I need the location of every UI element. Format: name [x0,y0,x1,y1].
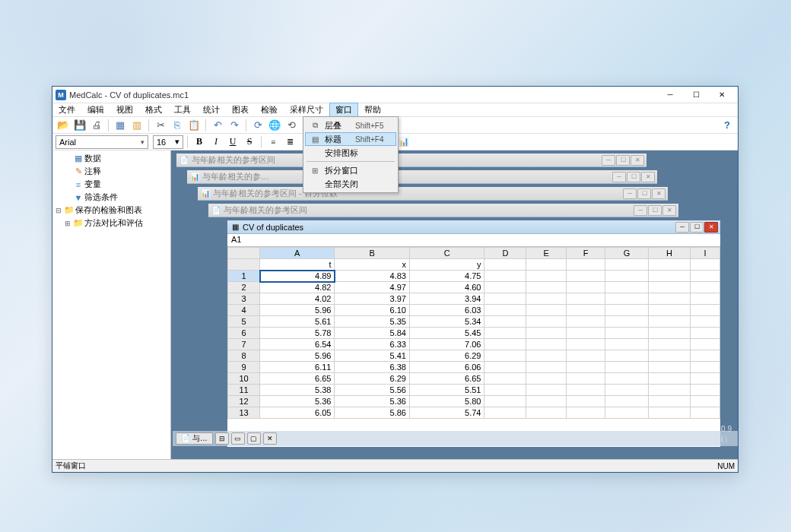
col-header[interactable]: C [409,248,484,259]
cell[interactable]: 5.51 [409,385,484,396]
cell[interactable] [605,293,649,305]
cell[interactable] [484,350,526,362]
mdi-window-active[interactable]: ▦CV of duplicates─☐✕A1ABCDEFGHItxy14.894… [227,220,721,448]
cell[interactable] [605,385,649,396]
mdi-maximize[interactable]: ☐ [690,222,704,233]
cell[interactable] [649,362,691,373]
cell[interactable]: 6.06 [409,362,484,373]
cell[interactable] [526,350,567,362]
cell[interactable] [690,328,720,339]
cell[interactable]: 3.94 [409,293,484,305]
menu-图表[interactable]: 图表 [226,103,255,117]
mdi-window[interactable]: 📊与年龄相关的参…─☐✕ [186,169,658,185]
cell[interactable]: 6.05 [260,407,335,419]
mdi-window[interactable]: 📄与年龄相关的参考区间─☐✕ [176,153,647,168]
cell[interactable]: 6.54 [260,339,335,350]
cell[interactable] [567,305,605,316]
cell[interactable] [484,373,526,385]
cell[interactable] [690,259,720,271]
tree-toggle-icon[interactable]: ⊞ [65,220,72,227]
underline-button[interactable]: U [225,135,240,150]
grid-icon[interactable]: ▦ [113,118,128,133]
cell[interactable]: 4.75 [409,271,484,282]
cell[interactable] [649,316,691,328]
cell[interactable] [567,396,605,407]
row-header[interactable]: 12 [228,396,260,407]
cell[interactable] [526,316,567,328]
cell[interactable]: 6.10 [335,305,409,316]
tree-item-方法对比和评估[interactable]: ⊞📁方法对比和评估 [54,217,169,230]
cell[interactable] [690,385,720,396]
mdi-maximize[interactable]: ☐ [648,205,662,216]
taskbar-item[interactable]: 📄 与… [176,432,213,445]
print-icon[interactable]: 🖨 [89,118,104,133]
cell[interactable]: 5.36 [260,396,335,407]
cell[interactable] [567,293,605,305]
menu-文件[interactable]: 文件 [52,103,81,117]
cell[interactable]: 6.65 [409,373,484,385]
menu-item-标题[interactable]: ▤标题Shift+F4 [305,132,396,146]
copy-icon[interactable]: ⎘ [170,118,185,133]
spreadsheet[interactable]: ABCDEFGHItxy14.894.834.7524.824.974.6034… [227,247,720,447]
mdi-titlebar[interactable]: 📊与年龄相关的参…─☐✕ [187,170,657,184]
cell[interactable]: 5.61 [260,316,335,328]
cell[interactable] [526,396,567,407]
cell[interactable] [484,385,526,396]
menu-item-安排图标[interactable]: 安排图标 [305,146,396,160]
row-header[interactable]: 1 [228,271,260,282]
open-icon[interactable]: 📂 [56,118,71,133]
undo-icon[interactable]: ↶ [210,118,225,133]
cell[interactable]: 5.74 [409,407,484,419]
cell[interactable]: 6.29 [409,350,484,362]
cell[interactable] [567,316,605,328]
mdi-minimize[interactable]: ─ [612,172,626,182]
cell[interactable]: 4.60 [409,282,484,293]
menu-item-全部关闭[interactable]: 全部关闭 [305,177,396,191]
cell[interactable] [567,407,605,419]
bold-button[interactable]: B [192,135,207,150]
table-icon[interactable]: ▥ [129,118,145,133]
col-header[interactable]: E [526,248,567,259]
minimize-button[interactable]: ─ [657,87,683,103]
menu-窗口[interactable]: 窗口 [329,103,358,117]
cell[interactable] [649,407,691,419]
menu-编辑[interactable]: 编辑 [81,103,110,117]
cell[interactable] [484,259,526,271]
row-header[interactable]: 5 [228,316,260,328]
tree-item-保存的检验和图表[interactable]: ⊟📁保存的检验和图表 [54,204,169,217]
cell[interactable] [567,271,605,282]
cell[interactable] [567,350,605,362]
mdi-titlebar[interactable]: 📄与年龄相关的参考区间─☐✕ [176,154,646,167]
cell[interactable]: 6.38 [335,362,409,373]
cell[interactable] [526,362,567,373]
mdi-minimize[interactable]: ─ [623,188,637,199]
cell[interactable] [567,259,605,271]
cell[interactable]: 5.36 [335,396,409,407]
mdi-close[interactable]: ✕ [641,172,655,182]
cell[interactable] [567,385,605,396]
refresh-icon[interactable]: ⟳ [250,118,265,133]
row-header[interactable]: 13 [228,407,260,419]
cell[interactable] [690,316,720,328]
row-header[interactable]: 3 [228,293,260,305]
close-button[interactable]: ✕ [709,87,735,103]
cell[interactable]: 5.78 [260,328,335,339]
row-header[interactable]: 8 [228,350,260,362]
cell[interactable] [484,271,526,282]
menu-工具[interactable]: 工具 [168,103,197,117]
tree-item-注释[interactable]: ✎注释 [54,165,169,178]
cell[interactable] [690,396,720,407]
cell[interactable] [484,339,526,350]
cell[interactable] [526,293,567,305]
cell[interactable] [690,339,720,350]
row-header[interactable]: 11 [228,385,260,396]
cell[interactable]: 4.83 [335,271,409,282]
menu-视图[interactable]: 视图 [110,103,139,117]
cell[interactable]: 5.80 [409,396,484,407]
cell[interactable]: 4.82 [260,282,335,293]
mdi-window[interactable]: 📊与年龄相关的参考区间 - 百分位数─☐✕ [197,186,669,201]
cell[interactable] [526,339,567,350]
tree-item-变量[interactable]: ≡变量 [54,178,169,191]
cell[interactable]: 5.45 [409,328,484,339]
cell[interactable] [690,407,720,419]
